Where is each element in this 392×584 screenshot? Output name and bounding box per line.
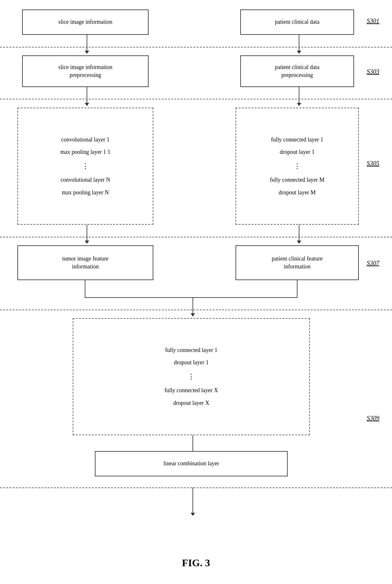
box-cnn-block: convolutional layer 1 max pooling layer … [17,108,153,225]
arrow-fc-to-clinical [297,225,301,244]
step-s305: S305 [367,160,379,167]
step-s303: S303 [367,68,379,75]
arrow-left-vertical [85,280,85,298]
step-s307: S307 [367,260,379,267]
combined-fc-layer1: fully connected layer 1 [164,344,218,357]
fc-layerM: fully connected layer M [270,174,324,186]
arrow-right-vertical [297,280,297,298]
linear-combination-label: linear combination layer [163,460,219,468]
arrow-slice-to-preprocess [85,35,89,54]
dashed-line-4 [0,310,392,310]
tumor-feature-label: tumor image feature information [62,255,108,271]
dropout-layer1: dropout layer 1 [270,146,324,159]
dashed-line-5 [0,487,392,488]
box-slice-preprocessing: slice image information preprocessing [22,55,149,87]
box-combined-fc: fully connected layer 1 dropout layer 1 … [73,318,310,435]
combined-dropoutX: dropout layer X [164,397,218,410]
combined-dropout1: dropout layer 1 [164,356,218,369]
patient-clinical-data-label: patient clinical data [275,18,320,26]
fc-layer1: fully connected layer 1 [270,134,324,146]
box-patient-preprocessing: patient clinical data preprocessing [240,55,354,87]
dashed-line-3 [0,237,392,237]
arrow-cnn-to-tumor [85,225,89,244]
cnn-layerN: convolutional layer N [60,174,110,186]
fc-vdots: ⋮ [270,159,324,174]
arrow-linear-down [191,487,195,516]
patient-preprocessing-label: patient clinical data preprocessing [275,63,320,79]
box-tumor-feature: tumor image feature information [17,245,153,280]
step-s301: S301 [367,17,379,25]
dropout-layerM: dropout layer M [270,186,324,199]
arrow-clinical-to-preprocess [297,35,301,54]
dashed-line-1 [0,47,392,47]
dashed-line-2 [0,99,392,99]
combined-fc-layerX: fully connected layer X [164,384,218,397]
clinical-feature-label: patient clinical feature information [272,255,323,271]
max-pool1: max pooling layer 1 1 [60,146,110,159]
combined-vdots: ⋮ [164,369,218,384]
box-fc-block: fully connected layer 1 dropout layer 1 … [236,108,359,225]
figure-caption: FIG. 3 [0,557,392,569]
cnn-vdots: ⋮ [60,159,110,174]
slice-preprocessing-label: slice image information preprocessing [58,63,113,79]
cnn-layer1: convolutional layer 1 [60,134,110,146]
slice-image-info-label: slice image information [58,18,113,26]
box-linear-combination: linear combination layer [95,451,288,476]
box-slice-image-info: slice image information [22,9,149,35]
max-poolN: max pooling layer N [60,186,110,199]
box-patient-clinical-data: patient clinical data [240,9,354,35]
arrow-merged-down [191,298,195,317]
box-clinical-feature: patient clinical feature information [236,245,359,280]
step-s309: S309 [367,415,379,422]
arrow-slice-preprocess-to-cnn [85,87,89,106]
arrow-clinical-preprocess-to-fc [297,87,301,106]
diagram-container: slice image information patient clinical… [0,0,392,584]
